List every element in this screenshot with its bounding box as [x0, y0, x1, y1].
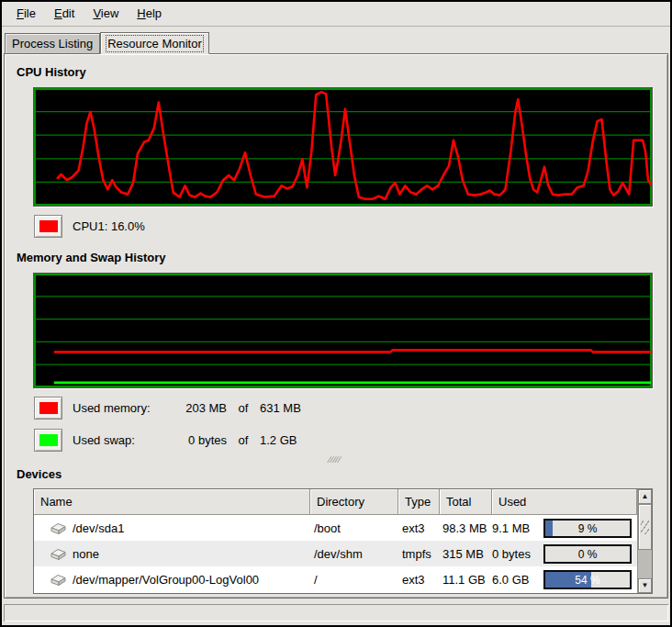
- swap-total-value: 1.2 GB: [260, 433, 297, 447]
- menu-edit-mnemonic: E: [54, 6, 62, 20]
- arrow-down-icon: ▼: [642, 582, 649, 589]
- cpu-usage-line: [58, 92, 651, 199]
- arrow-up-icon: ▲: [642, 493, 649, 500]
- column-header-total[interactable]: Total: [440, 489, 492, 515]
- usage-progress-bar: 9 %: [543, 519, 632, 538]
- device-used: 0 bytes: [492, 547, 543, 561]
- table-row[interactable]: /dev/mapper/VolGroup00-LogVol00 / ext3 1…: [34, 566, 637, 592]
- used-memory-value: 203 MB: [161, 401, 227, 415]
- resource-monitor-page: CPU History CPU1: 16.0% Memory and Swap …: [4, 53, 668, 599]
- cpu-history-title: CPU History: [17, 65, 655, 79]
- device-name: /dev/sda1: [73, 521, 124, 535]
- cpu-history-chart: [34, 88, 652, 206]
- disk-drive-icon: [50, 522, 67, 535]
- used-memory-of: of: [227, 401, 260, 415]
- devices-vertical-scrollbar[interactable]: ▲ ▼: [637, 489, 652, 593]
- device-used: 9.1 MB: [492, 521, 543, 535]
- memory-total-value: 631 MB: [260, 401, 301, 415]
- menu-view-mnemonic: V: [93, 6, 100, 20]
- cpu-history-graph: [33, 87, 653, 207]
- memory-legend-text: Used memory: 203 MB of 631 MB: [71, 401, 301, 415]
- status-bar-area: [2, 599, 670, 625]
- notebook-tab-bar: Process Listing Resource Monitor: [2, 27, 670, 53]
- device-type: ext3: [398, 572, 440, 587]
- cpu-legend-label: CPU1: 16.0%: [71, 219, 145, 233]
- used-memory-line: [54, 350, 651, 352]
- used-swap-value: 0 bytes: [161, 433, 227, 447]
- column-header-used[interactable]: Used: [492, 489, 637, 515]
- menu-view[interactable]: View: [84, 2, 128, 26]
- usage-percent-label: 9 %: [545, 521, 630, 536]
- scrollbar-up-button[interactable]: ▲: [638, 489, 652, 504]
- device-name: none: [73, 547, 99, 561]
- table-row[interactable]: /dev/sda1 /boot ext3 98.3 MB 9.1 MB 9 %: [34, 515, 637, 541]
- device-total: 98.3 MB: [440, 521, 492, 535]
- device-type: tmpfs: [398, 546, 440, 561]
- menu-bar: File Edit View Help: [2, 2, 670, 27]
- tab-process-listing-label: Process Listing: [12, 37, 93, 50]
- device-directory: /dev/shm: [310, 546, 398, 561]
- menu-help-mnemonic: H: [137, 6, 145, 20]
- tab-resource-monitor[interactable]: Resource Monitor: [100, 32, 209, 54]
- menu-help-label: elp: [146, 6, 162, 20]
- device-total: 11.1 GB: [440, 572, 492, 587]
- device-total: 315 MB: [440, 546, 492, 561]
- scrollbar-grip-icon: [641, 521, 649, 534]
- usage-progress-bar: 54 %: [543, 570, 632, 589]
- cpu-color-sample: [39, 220, 58, 232]
- devices-title: Devices: [17, 467, 655, 481]
- disk-drive-icon: [50, 548, 67, 561]
- menu-help[interactable]: Help: [128, 2, 171, 26]
- column-header-type[interactable]: Type: [398, 489, 440, 515]
- devices-table-main: Name Directory Type Total Used /dev/sd: [34, 489, 637, 593]
- device-directory: /: [310, 572, 398, 587]
- memory-legend-row: Used memory: 203 MB of 631 MB: [34, 397, 655, 420]
- tab-resource-monitor-label: Resource Monitor: [107, 37, 202, 50]
- scrollbar-down-button[interactable]: ▼: [638, 578, 652, 593]
- column-header-directory[interactable]: Directory: [310, 489, 398, 515]
- devices-table-header: Name Directory Type Total Used: [34, 489, 637, 515]
- status-bar: [4, 604, 668, 621]
- scrollbar-thumb[interactable]: [638, 504, 652, 550]
- system-monitor-window: File Edit View Help Process Listing Reso…: [0, 0, 672, 627]
- tab-process-listing[interactable]: Process Listing: [5, 33, 100, 53]
- table-row[interactable]: none /dev/shm tmpfs 315 MB 0 bytes 0 %: [34, 541, 637, 566]
- device-directory: /boot: [310, 521, 398, 535]
- swap-legend-row: Used swap: 0 bytes of 1.2 GB: [34, 429, 655, 452]
- cpu-legend: CPU1: 16.0%: [34, 215, 655, 238]
- pane-resize-handle[interactable]: ∕∕∕∕∕: [15, 454, 655, 464]
- devices-table: Name Directory Type Total Used /dev/sd: [33, 488, 653, 594]
- memory-history-graph: [33, 273, 653, 388]
- menu-file[interactable]: File: [7, 2, 45, 26]
- swap-legend-text: Used swap: 0 bytes of 1.2 GB: [71, 433, 297, 447]
- swap-color-sample: [39, 434, 58, 446]
- grip-icon: ∕∕∕∕∕: [329, 454, 341, 465]
- usage-percent-label: 54 %: [545, 572, 630, 588]
- used-swap-label: Used swap:: [73, 433, 161, 447]
- usage-percent-label: 0 %: [545, 546, 630, 562]
- device-used: 6.0 GB: [492, 573, 543, 587]
- memory-history-title: Memory and Swap History: [17, 251, 655, 264]
- menu-file-label: ile: [24, 6, 36, 20]
- used-memory-label: Used memory:: [73, 401, 161, 415]
- swap-color-swatch[interactable]: [34, 429, 62, 452]
- menu-edit[interactable]: Edit: [45, 2, 84, 26]
- device-type: ext3: [398, 521, 440, 535]
- usage-progress-bar: 0 %: [543, 544, 632, 564]
- memory-color-swatch[interactable]: [34, 397, 62, 420]
- disk-drive-icon: [50, 574, 67, 587]
- menu-edit-label: dit: [62, 6, 75, 20]
- used-swap-of: of: [227, 433, 260, 447]
- column-header-name[interactable]: Name: [34, 489, 310, 515]
- memory-color-sample: [39, 402, 58, 414]
- cpu-color-swatch[interactable]: [34, 215, 62, 238]
- device-name: /dev/mapper/VolGroup00-LogVol00: [73, 573, 259, 587]
- memory-history-chart: [34, 274, 652, 387]
- scrollbar-trough[interactable]: [638, 550, 652, 578]
- menu-view-label: iew: [101, 6, 119, 20]
- menu-file-mnemonic: F: [17, 6, 24, 20]
